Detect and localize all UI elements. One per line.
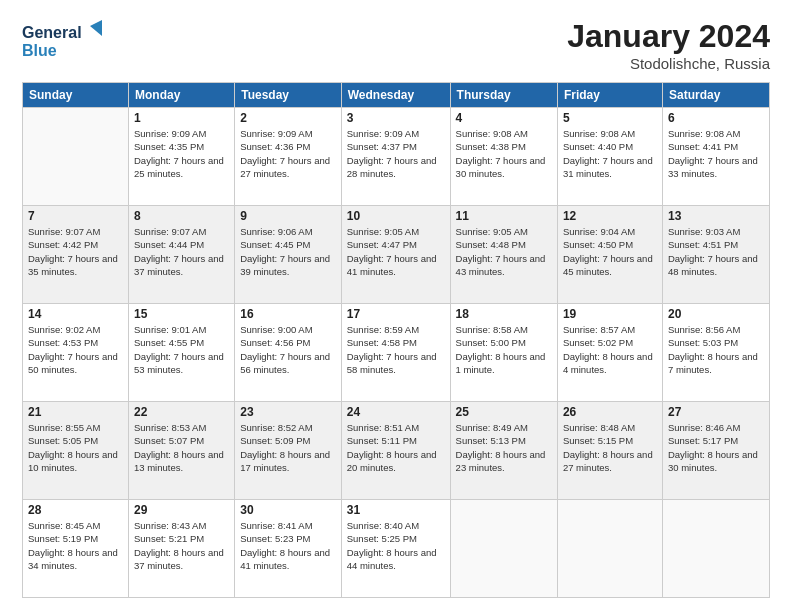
- table-row: [557, 500, 662, 598]
- table-row: 29Sunrise: 8:43 AMSunset: 5:21 PMDayligh…: [128, 500, 234, 598]
- day-info: Sunrise: 9:09 AMSunset: 4:36 PMDaylight:…: [240, 127, 336, 180]
- col-thursday: Thursday: [450, 83, 557, 108]
- day-number: 12: [563, 209, 657, 223]
- header-row: Sunday Monday Tuesday Wednesday Thursday…: [23, 83, 770, 108]
- day-number: 8: [134, 209, 229, 223]
- table-row: 27Sunrise: 8:46 AMSunset: 5:17 PMDayligh…: [662, 402, 769, 500]
- day-number: 9: [240, 209, 336, 223]
- col-wednesday: Wednesday: [341, 83, 450, 108]
- table-row: 20Sunrise: 8:56 AMSunset: 5:03 PMDayligh…: [662, 304, 769, 402]
- title-block: January 2024 Stodolishche, Russia: [567, 18, 770, 72]
- location: Stodolishche, Russia: [567, 55, 770, 72]
- day-info: Sunrise: 8:57 AMSunset: 5:02 PMDaylight:…: [563, 323, 657, 376]
- day-number: 22: [134, 405, 229, 419]
- day-number: 2: [240, 111, 336, 125]
- day-number: 11: [456, 209, 552, 223]
- day-number: 21: [28, 405, 123, 419]
- table-row: 3Sunrise: 9:09 AMSunset: 4:37 PMDaylight…: [341, 108, 450, 206]
- day-number: 17: [347, 307, 445, 321]
- day-number: 25: [456, 405, 552, 419]
- day-info: Sunrise: 9:08 AMSunset: 4:41 PMDaylight:…: [668, 127, 764, 180]
- col-sunday: Sunday: [23, 83, 129, 108]
- table-row: 26Sunrise: 8:48 AMSunset: 5:15 PMDayligh…: [557, 402, 662, 500]
- table-row: 25Sunrise: 8:49 AMSunset: 5:13 PMDayligh…: [450, 402, 557, 500]
- day-info: Sunrise: 9:07 AMSunset: 4:42 PMDaylight:…: [28, 225, 123, 278]
- day-number: 20: [668, 307, 764, 321]
- table-row: 13Sunrise: 9:03 AMSunset: 4:51 PMDayligh…: [662, 206, 769, 304]
- table-row: 2Sunrise: 9:09 AMSunset: 4:36 PMDaylight…: [235, 108, 342, 206]
- day-number: 28: [28, 503, 123, 517]
- svg-text:General: General: [22, 24, 82, 41]
- table-row: 14Sunrise: 9:02 AMSunset: 4:53 PMDayligh…: [23, 304, 129, 402]
- day-info: Sunrise: 8:48 AMSunset: 5:15 PMDaylight:…: [563, 421, 657, 474]
- day-number: 15: [134, 307, 229, 321]
- table-row: 24Sunrise: 8:51 AMSunset: 5:11 PMDayligh…: [341, 402, 450, 500]
- table-row: 17Sunrise: 8:59 AMSunset: 4:58 PMDayligh…: [341, 304, 450, 402]
- day-info: Sunrise: 8:43 AMSunset: 5:21 PMDaylight:…: [134, 519, 229, 572]
- day-number: 13: [668, 209, 764, 223]
- day-info: Sunrise: 8:53 AMSunset: 5:07 PMDaylight:…: [134, 421, 229, 474]
- table-row: 7Sunrise: 9:07 AMSunset: 4:42 PMDaylight…: [23, 206, 129, 304]
- table-row: 21Sunrise: 8:55 AMSunset: 5:05 PMDayligh…: [23, 402, 129, 500]
- day-info: Sunrise: 9:07 AMSunset: 4:44 PMDaylight:…: [134, 225, 229, 278]
- table-row: 28Sunrise: 8:45 AMSunset: 5:19 PMDayligh…: [23, 500, 129, 598]
- day-info: Sunrise: 9:03 AMSunset: 4:51 PMDaylight:…: [668, 225, 764, 278]
- calendar-page: General Blue January 2024 Stodolishche, …: [0, 0, 792, 612]
- day-info: Sunrise: 9:06 AMSunset: 4:45 PMDaylight:…: [240, 225, 336, 278]
- table-row: [23, 108, 129, 206]
- day-number: 26: [563, 405, 657, 419]
- table-row: 18Sunrise: 8:58 AMSunset: 5:00 PMDayligh…: [450, 304, 557, 402]
- table-row: 12Sunrise: 9:04 AMSunset: 4:50 PMDayligh…: [557, 206, 662, 304]
- day-number: 16: [240, 307, 336, 321]
- day-info: Sunrise: 8:46 AMSunset: 5:17 PMDaylight:…: [668, 421, 764, 474]
- day-info: Sunrise: 8:49 AMSunset: 5:13 PMDaylight:…: [456, 421, 552, 474]
- day-number: 5: [563, 111, 657, 125]
- day-number: 18: [456, 307, 552, 321]
- table-row: 15Sunrise: 9:01 AMSunset: 4:55 PMDayligh…: [128, 304, 234, 402]
- day-info: Sunrise: 9:01 AMSunset: 4:55 PMDaylight:…: [134, 323, 229, 376]
- table-row: 22Sunrise: 8:53 AMSunset: 5:07 PMDayligh…: [128, 402, 234, 500]
- calendar-table: Sunday Monday Tuesday Wednesday Thursday…: [22, 82, 770, 598]
- table-row: 6Sunrise: 9:08 AMSunset: 4:41 PMDaylight…: [662, 108, 769, 206]
- header: General Blue January 2024 Stodolishche, …: [22, 18, 770, 72]
- table-row: 1Sunrise: 9:09 AMSunset: 4:35 PMDaylight…: [128, 108, 234, 206]
- day-number: 30: [240, 503, 336, 517]
- table-row: 5Sunrise: 9:08 AMSunset: 4:40 PMDaylight…: [557, 108, 662, 206]
- col-monday: Monday: [128, 83, 234, 108]
- day-info: Sunrise: 8:40 AMSunset: 5:25 PMDaylight:…: [347, 519, 445, 572]
- svg-marker-2: [90, 20, 102, 36]
- table-row: 30Sunrise: 8:41 AMSunset: 5:23 PMDayligh…: [235, 500, 342, 598]
- day-info: Sunrise: 8:51 AMSunset: 5:11 PMDaylight:…: [347, 421, 445, 474]
- col-friday: Friday: [557, 83, 662, 108]
- calendar-week-row: 28Sunrise: 8:45 AMSunset: 5:19 PMDayligh…: [23, 500, 770, 598]
- day-info: Sunrise: 8:55 AMSunset: 5:05 PMDaylight:…: [28, 421, 123, 474]
- logo-svg: General Blue: [22, 18, 112, 62]
- day-number: 10: [347, 209, 445, 223]
- day-info: Sunrise: 9:05 AMSunset: 4:47 PMDaylight:…: [347, 225, 445, 278]
- table-row: 11Sunrise: 9:05 AMSunset: 4:48 PMDayligh…: [450, 206, 557, 304]
- day-info: Sunrise: 9:04 AMSunset: 4:50 PMDaylight:…: [563, 225, 657, 278]
- calendar-week-row: 7Sunrise: 9:07 AMSunset: 4:42 PMDaylight…: [23, 206, 770, 304]
- day-number: 14: [28, 307, 123, 321]
- day-number: 23: [240, 405, 336, 419]
- table-row: 23Sunrise: 8:52 AMSunset: 5:09 PMDayligh…: [235, 402, 342, 500]
- day-number: 27: [668, 405, 764, 419]
- table-row: 8Sunrise: 9:07 AMSunset: 4:44 PMDaylight…: [128, 206, 234, 304]
- table-row: 19Sunrise: 8:57 AMSunset: 5:02 PMDayligh…: [557, 304, 662, 402]
- day-info: Sunrise: 9:08 AMSunset: 4:38 PMDaylight:…: [456, 127, 552, 180]
- day-number: 1: [134, 111, 229, 125]
- day-info: Sunrise: 9:08 AMSunset: 4:40 PMDaylight:…: [563, 127, 657, 180]
- day-info: Sunrise: 8:56 AMSunset: 5:03 PMDaylight:…: [668, 323, 764, 376]
- day-info: Sunrise: 9:09 AMSunset: 4:35 PMDaylight:…: [134, 127, 229, 180]
- day-info: Sunrise: 9:05 AMSunset: 4:48 PMDaylight:…: [456, 225, 552, 278]
- day-number: 6: [668, 111, 764, 125]
- month-title: January 2024: [567, 18, 770, 55]
- table-row: 9Sunrise: 9:06 AMSunset: 4:45 PMDaylight…: [235, 206, 342, 304]
- calendar-week-row: 14Sunrise: 9:02 AMSunset: 4:53 PMDayligh…: [23, 304, 770, 402]
- day-number: 3: [347, 111, 445, 125]
- table-row: 31Sunrise: 8:40 AMSunset: 5:25 PMDayligh…: [341, 500, 450, 598]
- day-number: 4: [456, 111, 552, 125]
- day-number: 19: [563, 307, 657, 321]
- table-row: [662, 500, 769, 598]
- table-row: 16Sunrise: 9:00 AMSunset: 4:56 PMDayligh…: [235, 304, 342, 402]
